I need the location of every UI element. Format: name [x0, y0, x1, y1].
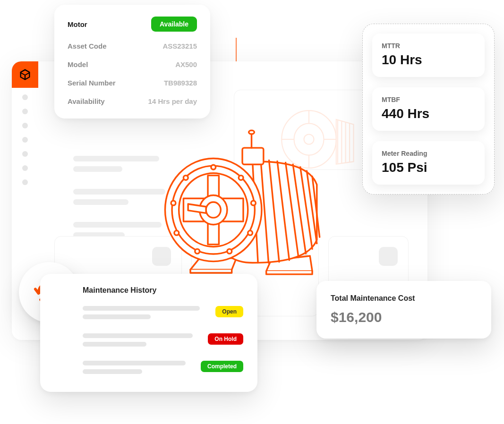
- sidebar-nav-placeholder: [22, 94, 28, 194]
- asset-field-label: Serial Number: [68, 79, 116, 87]
- metric-card-meter-reading: Meter Reading 105 Psi: [372, 141, 485, 185]
- asset-title: Motor: [68, 20, 87, 28]
- asset-details-card: Motor Available Asset Code ASS23215 Mode…: [54, 5, 210, 119]
- asset-field-value: AX500: [175, 60, 197, 68]
- history-line-skeleton: [83, 333, 198, 350]
- history-item: Completed: [83, 361, 243, 378]
- maintenance-history-card: Maintenance History Open On Hold Complet…: [40, 274, 257, 392]
- history-item: Open: [83, 306, 243, 323]
- metric-value: 10 Hrs: [382, 52, 475, 68]
- status-badge-open: Open: [215, 306, 243, 317]
- asset-field-label: Asset Code: [68, 42, 107, 50]
- history-title: Maintenance History: [83, 286, 243, 295]
- availability-badge: Available: [151, 17, 197, 32]
- metric-label: MTTR: [382, 42, 475, 50]
- metric-label: Meter Reading: [382, 150, 475, 157]
- status-badge-onhold: On Hold: [208, 333, 243, 345]
- asset-field-value: 14 Hrs per day: [148, 97, 197, 105]
- metric-card-mttr: MTTR 10 Hrs: [372, 34, 485, 77]
- asset-field-value: ASS23215: [162, 42, 197, 50]
- total-cost-card: Total Maintenance Cost $16,200: [316, 281, 491, 339]
- metrics-panel: MTTR 10 Hrs MTBF 440 Hrs Meter Reading 1…: [362, 24, 495, 195]
- asset-field-label: Availability: [68, 97, 105, 105]
- cost-value: $16,200: [331, 309, 477, 325]
- metric-label: MTBF: [382, 96, 475, 103]
- metric-value: 105 Psi: [382, 160, 475, 175]
- asset-field-label: Model: [68, 60, 88, 68]
- asset-field-value: TB989328: [164, 79, 197, 87]
- metric-value: 440 Hrs: [382, 106, 475, 121]
- history-item: On Hold: [83, 333, 243, 350]
- history-line-skeleton: [83, 361, 191, 378]
- status-badge-completed: Completed: [201, 361, 243, 372]
- history-line-skeleton: [83, 306, 206, 323]
- app-logo-icon: [12, 61, 38, 88]
- cost-label: Total Maintenance Cost: [331, 294, 477, 303]
- metric-card-mtbf: MTBF 440 Hrs: [372, 87, 485, 131]
